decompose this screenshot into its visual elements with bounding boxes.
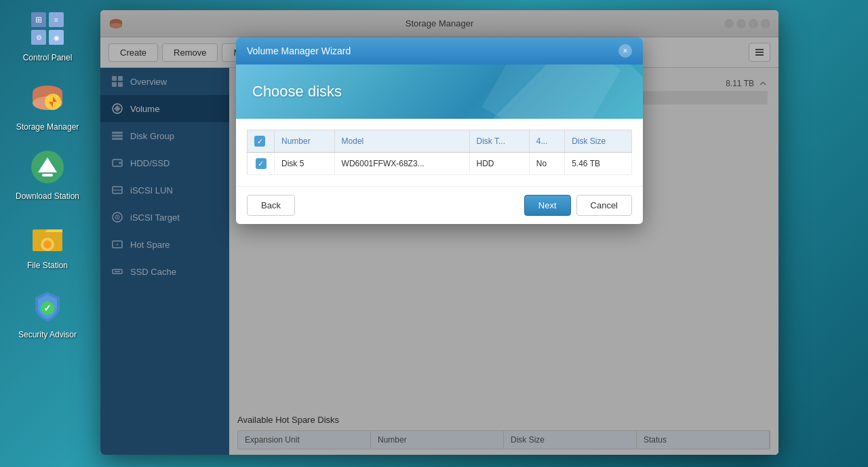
col-header-checkbox: ✓ — [248, 130, 275, 153]
modal-header: Volume Manager Wizard × — [236, 37, 643, 64]
desktop: ⊞ ≡ ⚙ ◉ Control Panel Storage Manager — [0, 0, 868, 467]
download-station-label: Download Station — [16, 191, 79, 201]
desktop-icons: ⊞ ≡ ⚙ ◉ Control Panel Storage Manager — [0, 0, 95, 467]
svg-text:⊞: ⊞ — [35, 15, 42, 24]
col-header-disk-size: Disk Size — [565, 130, 632, 153]
row-checkbox[interactable]: ✓ — [248, 153, 275, 175]
disk-size: 5.46 TB — [565, 153, 632, 175]
disk-table: ✓ Number Model Disk T... 4... Disk Size — [247, 130, 632, 175]
app-window: Storage Manager ─ ─ □ × Create Remove Ma… — [100, 10, 778, 455]
svg-text:◉: ◉ — [54, 34, 60, 41]
table-row: ✓ Disk 5 WD6001FFWX-68Z3... HDD No 5.46 … — [248, 153, 632, 175]
back-button[interactable]: Back — [247, 195, 295, 216]
modal-close-button[interactable]: × — [618, 44, 632, 58]
disk-4k: No — [529, 153, 564, 175]
modal-footer: Back Next Cancel — [236, 186, 643, 224]
modal-banner-title: Choose disks — [252, 83, 342, 100]
modal-banner: Choose disks — [236, 64, 643, 119]
svg-text:⚙: ⚙ — [36, 34, 42, 41]
security-advisor-icon[interactable]: ✓ Security Advisor — [14, 284, 81, 339]
disk5-checkbox[interactable]: ✓ — [256, 158, 267, 169]
modal-overlay: Volume Manager Wizard × Choose disks ✓ — [100, 10, 778, 455]
svg-point-17 — [43, 240, 52, 248]
col-header-model: Model — [334, 130, 469, 153]
cancel-button[interactable]: Cancel — [576, 195, 632, 216]
modal-title: Volume Manager Wizard — [247, 45, 351, 56]
svg-text:✓: ✓ — [43, 303, 52, 314]
col-header-disk-type: Disk T... — [469, 130, 529, 153]
security-advisor-label: Security Advisor — [18, 330, 77, 339]
disk-type: HDD — [469, 153, 529, 175]
control-panel-label: Control Panel — [23, 53, 73, 62]
svg-rect-14 — [42, 174, 53, 176]
table-header-row: ✓ Number Model Disk T... 4... Disk Size — [248, 130, 632, 153]
modal-body: ✓ Number Model Disk T... 4... Disk Size — [236, 119, 643, 186]
svg-text:≡: ≡ — [54, 16, 58, 24]
col-header-number: Number — [275, 130, 335, 153]
storage-manager-label: Storage Manager — [16, 122, 79, 132]
select-all-checkbox[interactable]: ✓ — [254, 136, 265, 147]
disk-number: Disk 5 — [275, 153, 335, 175]
col-header-4k: 4... — [529, 130, 564, 153]
file-station-label: File Station — [27, 261, 68, 270]
disk-model: WD6001FFWX-68Z3... — [334, 153, 469, 175]
volume-manager-wizard: Volume Manager Wizard × Choose disks ✓ — [236, 37, 643, 224]
storage-manager-icon[interactable]: Storage Manager — [14, 76, 81, 132]
next-button[interactable]: Next — [524, 195, 571, 216]
download-station-icon[interactable]: Download Station — [14, 145, 81, 201]
file-station-icon[interactable]: File Station — [14, 214, 81, 270]
control-panel-icon[interactable]: ⊞ ≡ ⚙ ◉ Control Panel — [14, 7, 81, 62]
